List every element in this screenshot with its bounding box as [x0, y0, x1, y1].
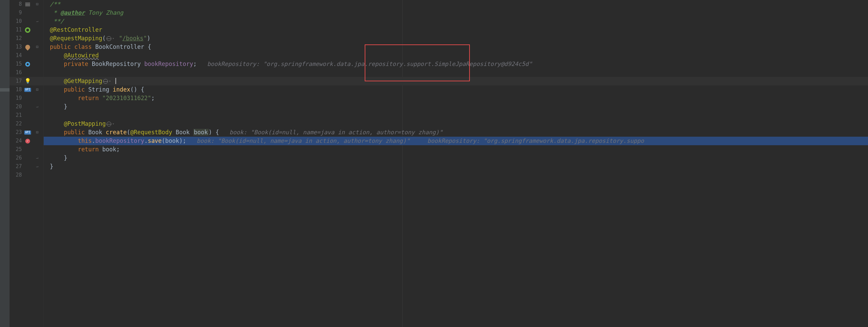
- line-number: 26: [12, 154, 22, 162]
- autowire-icon[interactable]: [22, 62, 33, 67]
- code-token: }: [64, 154, 67, 161]
- gutter-line[interactable]: 24: [10, 137, 44, 145]
- reformat-icon[interactable]: [22, 3, 33, 6]
- line-number: 18: [12, 85, 22, 94]
- code-token: ;: [151, 95, 155, 101]
- spring-icon[interactable]: [22, 27, 33, 33]
- line-number: 15: [12, 60, 22, 68]
- line-number: 9: [12, 9, 22, 17]
- code-token: () {: [130, 86, 144, 93]
- code-token: .: [92, 137, 95, 144]
- bean-icon[interactable]: [22, 45, 33, 50]
- line-number: 22: [12, 120, 22, 128]
- code-token: ": [119, 35, 122, 42]
- gutter-line[interactable]: 21: [10, 111, 44, 120]
- line-number: 16: [12, 68, 22, 77]
- gutter-line[interactable]: 8⊟: [10, 0, 44, 9]
- gutter-line[interactable]: 11: [10, 26, 44, 34]
- fold-end-icon[interactable]: ⌐: [33, 154, 41, 162]
- code-line[interactable]: [44, 111, 868, 120]
- gutter-line[interactable]: 14: [10, 51, 44, 60]
- code-line[interactable]: /**: [44, 0, 868, 9]
- code-token: book: [193, 129, 209, 136]
- code-token: ): [147, 35, 150, 42]
- gutter-line[interactable]: 9: [10, 9, 44, 17]
- code-line[interactable]: @PostMapping: [44, 120, 868, 128]
- code-line[interactable]: return "202310311622";: [44, 94, 868, 103]
- line-number: 10: [12, 17, 22, 26]
- gutter-line[interactable]: 15: [10, 60, 44, 68]
- line-number: 24: [12, 137, 22, 145]
- intention-bulb-icon[interactable]: 💡: [22, 77, 33, 85]
- gutter-line[interactable]: 27⌐: [10, 162, 44, 171]
- gutter-line[interactable]: 18API⊟: [10, 85, 44, 94]
- gutter-line[interactable]: 28: [10, 171, 44, 179]
- code-line[interactable]: this.bookRepository.save(book); book: "B…: [44, 137, 868, 145]
- code-token: book: "Book(id=null, name=java in action…: [219, 129, 443, 136]
- code-token: *: [50, 9, 60, 16]
- fold-end-icon[interactable]: ⌐: [33, 103, 41, 111]
- gutter-line[interactable]: 12: [10, 34, 44, 43]
- code-line[interactable]: }: [44, 103, 868, 111]
- line-number: 14: [12, 51, 22, 60]
- code-line[interactable]: [44, 171, 868, 179]
- line-number: 8: [12, 0, 22, 9]
- gutter-line[interactable]: 25: [10, 145, 44, 154]
- gutter-line[interactable]: 10⌐: [10, 17, 44, 26]
- code-token: /**: [50, 1, 60, 8]
- code-line[interactable]: public Book create(@RequestBody Book boo…: [44, 128, 868, 137]
- code-token: @GetMapping: [64, 78, 102, 84]
- code-token: @RequestBody: [130, 129, 176, 136]
- code-line[interactable]: return book;: [44, 145, 868, 154]
- code-line[interactable]: }: [44, 162, 868, 171]
- code-line[interactable]: public String index() {: [44, 85, 868, 94]
- api-endpoint-icon[interactable]: API: [22, 88, 33, 92]
- code-token: @PostMapping: [64, 120, 106, 127]
- code-token: @author: [60, 9, 85, 16]
- gutter-line[interactable]: 22: [10, 120, 44, 128]
- i18n-globe-icon[interactable]: [107, 36, 111, 41]
- editor-area[interactable]: 8⊟910⌐111213⊟14151617💡18API⊟1920⌐212223A…: [10, 0, 868, 327]
- code-token: bookRepository: [144, 60, 193, 67]
- fold-collapse-icon[interactable]: ⊟: [33, 0, 41, 9]
- code-token: public: [64, 129, 88, 136]
- gutter-line[interactable]: 19: [10, 94, 44, 103]
- code-token: "202310311622": [102, 95, 151, 101]
- code-token: {: [148, 43, 151, 50]
- fold-collapse-icon[interactable]: ⊟: [33, 85, 41, 94]
- line-number: 25: [12, 145, 22, 154]
- code-token: BookRepository: [92, 60, 144, 67]
- code-token: **/: [50, 18, 64, 25]
- gutter-line[interactable]: 16: [10, 68, 44, 77]
- fold-end-icon[interactable]: ⌐: [33, 162, 41, 171]
- api-endpoint-icon[interactable]: API: [22, 131, 33, 135]
- code-token: return: [78, 95, 102, 101]
- i18n-globe-icon[interactable]: [103, 79, 108, 84]
- text-cursor: [115, 78, 116, 84]
- code-line[interactable]: }: [44, 154, 868, 162]
- gutter-line[interactable]: 23API⊟: [10, 128, 44, 137]
- code-token: ) {: [209, 129, 219, 136]
- toolwindow-rail[interactable]: [0, 0, 10, 327]
- code-line[interactable]: @RequestMapping( "/books"): [44, 34, 868, 43]
- code-token: return: [78, 146, 102, 153]
- fold-end-icon[interactable]: ⌐: [33, 17, 41, 26]
- gutter-line[interactable]: 17💡: [10, 77, 44, 85]
- fold-collapse-icon[interactable]: ⊟: [33, 128, 41, 137]
- editor-root: 8⊟910⌐111213⊟14151617💡18API⊟1920⌐212223A…: [0, 0, 868, 327]
- breakpoint-icon[interactable]: [22, 139, 33, 144]
- fold-collapse-icon[interactable]: ⊟: [33, 43, 41, 51]
- i18n-globe-icon[interactable]: [107, 122, 111, 126]
- rail-marker[interactable]: [0, 88, 10, 92]
- code-line[interactable]: * @author Tony Zhang: [44, 9, 868, 17]
- code-token: Tony Zhang: [85, 9, 123, 16]
- code-line[interactable]: **/: [44, 17, 868, 26]
- gutter-line[interactable]: 13⊟: [10, 43, 44, 51]
- gutter-line[interactable]: 20⌐: [10, 103, 44, 111]
- code-token: Book: [88, 129, 106, 136]
- line-number: 11: [12, 26, 22, 34]
- code-line[interactable]: @RestController: [44, 26, 868, 34]
- gutter[interactable]: 8⊟910⌐111213⊟14151617💡18API⊟1920⌐212223A…: [10, 0, 44, 327]
- gutter-line[interactable]: 26⌐: [10, 154, 44, 162]
- code-token: ": [143, 35, 147, 42]
